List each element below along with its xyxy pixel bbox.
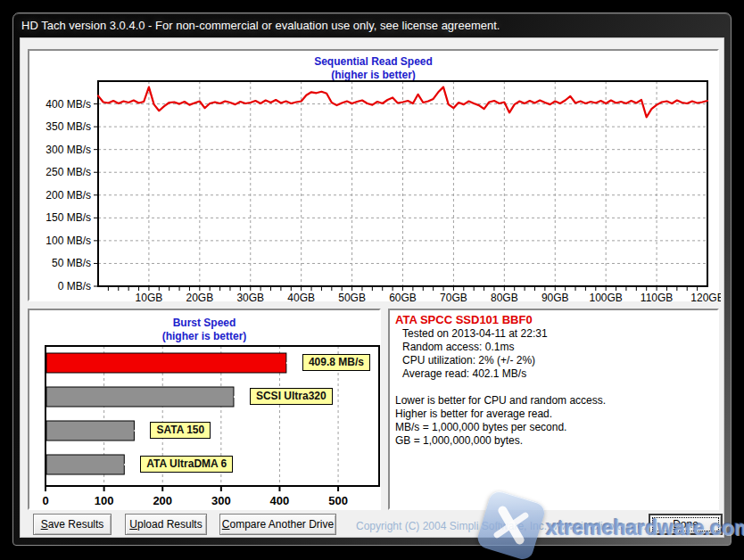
compare-another-drive-label: Compare Another Drive	[220, 515, 335, 533]
bar-value-label: SATA 150	[150, 422, 211, 439]
svg-text:400: 400	[270, 494, 290, 507]
drive-name: ATA SPCC SSD101 BBF0	[395, 313, 712, 327]
bar-value-label: SCSI Ultra320	[250, 388, 333, 405]
spacer	[395, 381, 712, 394]
app-window: HD Tach version 3.0.4.0 - For non-commer…	[12, 12, 732, 546]
svg-text:400 MB/s: 400 MB/s	[45, 98, 91, 111]
svg-text:70GB: 70GB	[440, 292, 467, 303]
title-bar[interactable]: HD Tach version 3.0.4.0 - For non-commer…	[13, 13, 731, 37]
svg-text:0: 0	[42, 494, 48, 507]
random-access: Random access: 0.1ms	[395, 341, 712, 354]
desktop: { "window": { "title": "HD Tach version …	[0, 0, 744, 560]
window-title: HD Tach version 3.0.4.0 - For non-commer…	[21, 19, 500, 32]
copyright-text: Copyright (C) 2004 Simpli Software, Inc.…	[356, 520, 666, 532]
svg-text:50GB: 50GB	[338, 292, 366, 303]
svg-text:90GB: 90GB	[541, 292, 569, 303]
svg-text:300 MB/s: 300 MB/s	[45, 144, 91, 156]
svg-text:0 MB/s: 0 MB/s	[58, 280, 91, 292]
tested-on: Tested on 2013-04-11 at 22:31	[395, 327, 712, 341]
client-area: Sequential Read Speed (higher is better)…	[20, 37, 724, 538]
drive-info-body: ATA SPCC SSD101 BBF0 Tested on 2013-04-1…	[390, 310, 717, 450]
sequential-read-chart: 0 MB/s50 MB/s100 MB/s150 MB/s200 MB/s250…	[29, 51, 721, 303]
svg-text:350 MB/s: 350 MB/s	[45, 120, 91, 133]
svg-text:120GB: 120GB	[690, 292, 721, 303]
burst-speed-panel: Burst Speed (higher is better) 010020030…	[28, 309, 381, 510]
svg-text:50 MB/s: 50 MB/s	[52, 257, 91, 269]
done-label: Done	[650, 515, 721, 533]
bar-value-label: ATA UltraDMA 6	[140, 456, 233, 473]
svg-text:80GB: 80GB	[491, 292, 518, 303]
drive-info-panel: ATA SPCC SSD101 BBF0 Tested on 2013-04-1…	[388, 309, 719, 510]
svg-text:250 MB/s: 250 MB/s	[45, 166, 91, 178]
sequential-read-panel: Sequential Read Speed (higher is better)…	[28, 49, 719, 301]
upload-results-label: Upload Results	[126, 515, 206, 533]
burst-speed-chart: 0100200300400500	[29, 310, 383, 512]
svg-text:200: 200	[153, 494, 172, 507]
svg-text:200 MB/s: 200 MB/s	[45, 189, 91, 202]
upload-results-button[interactable]: Upload Results	[125, 514, 207, 535]
svg-text:150 MB/s: 150 MB/s	[45, 211, 91, 224]
svg-text:500: 500	[328, 494, 348, 507]
note-mbs-definition: MB/s = 1,000,000 bytes per second.	[395, 421, 712, 434]
done-button[interactable]: Done	[649, 514, 723, 535]
svg-text:100 MB/s: 100 MB/s	[45, 235, 91, 247]
svg-text:300: 300	[211, 494, 231, 507]
cpu-utilization: CPU utilization: 2% (+/- 2%)	[395, 354, 712, 367]
svg-text:100GB: 100GB	[589, 292, 622, 303]
svg-text:60GB: 60GB	[389, 292, 417, 303]
svg-text:30GB: 30GB	[236, 292, 264, 303]
svg-text:100: 100	[95, 494, 114, 507]
save-results-label: Save Results	[34, 515, 111, 533]
svg-text:10GB: 10GB	[136, 292, 163, 303]
save-results-button[interactable]: Save Results	[33, 514, 112, 535]
svg-text:40GB: 40GB	[287, 292, 315, 303]
note-lower-better: Lower is better for CPU and random acces…	[395, 394, 712, 408]
svg-text:20GB: 20GB	[186, 292, 213, 303]
svg-text:110GB: 110GB	[641, 292, 673, 303]
compare-another-drive-button[interactable]: Compare Another Drive	[219, 514, 336, 535]
bar-value-label: 409.8 MB/s	[302, 354, 370, 371]
average-read: Average read: 402.1 MB/s	[395, 367, 712, 381]
note-higher-better: Higher is better for average read.	[395, 408, 712, 421]
note-gb-definition: GB = 1,000,000,000 bytes.	[395, 434, 712, 448]
